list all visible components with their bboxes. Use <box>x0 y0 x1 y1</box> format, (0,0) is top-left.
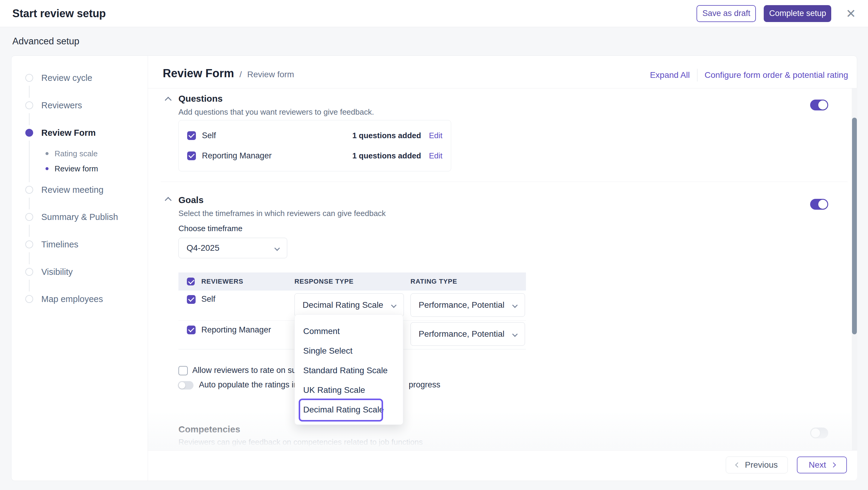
stepper-connector <box>29 141 30 182</box>
self-response-type-select[interactable]: Decimal Rating Scale <box>294 293 404 317</box>
content-header-divider <box>148 88 857 88</box>
reviewer-label: Self <box>202 131 216 140</box>
questions-collapse-button[interactable] <box>166 98 170 104</box>
chevron-up-icon <box>165 97 172 104</box>
menu-item-standard-rating-scale[interactable]: Standard Rating Scale <box>295 361 403 380</box>
competencies-subtitle: Reviewers can give feedback on competenc… <box>179 437 423 447</box>
rating-type-value: Performance, Potential <box>418 329 504 339</box>
reviewer-label: Reporting Manager <box>202 151 272 161</box>
chevron-left-icon <box>735 463 740 468</box>
toggle-knob <box>818 200 827 209</box>
step-circle <box>25 295 33 303</box>
timeframe-select[interactable]: Q4-2025 <box>179 238 287 258</box>
sidebar-step-review-meeting[interactable]: Review meeting <box>25 184 103 196</box>
auto-populate-toggle[interactable] <box>178 381 193 390</box>
stepper-connector <box>29 86 30 98</box>
chevron-down-icon <box>512 331 518 337</box>
step-circle <box>25 240 33 248</box>
reporting-manager-rating-type-select[interactable]: Performance, Potential <box>410 322 525 346</box>
configure-form-order-link[interactable]: Configure form order & potential rating <box>705 70 848 80</box>
content-header: Review Form / Review form <box>163 67 294 80</box>
sidebar-substep-review-form[interactable]: Review form <box>45 163 98 175</box>
goals-collapse-button[interactable] <box>166 198 170 204</box>
questions-card: Self 1 questions added Edit Reporting Ma… <box>179 120 451 171</box>
next-button[interactable]: Next <box>797 457 847 473</box>
reviewers-header-checkbox[interactable] <box>187 278 195 285</box>
auto-populate-label-left: Auto populate the ratings in re <box>199 380 307 390</box>
response-type-value: Decimal Rating Scale <box>303 300 383 310</box>
breadcrumb-separator: / <box>240 70 242 79</box>
menu-item-uk-rating-scale[interactable]: UK Rating Scale <box>295 380 403 400</box>
goals-reporting-manager-checkbox[interactable] <box>187 325 195 334</box>
edit-link[interactable]: Edit <box>429 131 442 140</box>
competencies-toggle[interactable] <box>810 428 828 438</box>
substep-bullet-active <box>45 167 49 170</box>
question-row-reporting-manager: Reporting Manager 1 questions added Edit <box>187 151 442 161</box>
column-header-response-type: RESPONSE TYPE <box>294 278 353 285</box>
previous-label: Previous <box>745 460 778 470</box>
goals-toggle[interactable] <box>810 199 828 210</box>
edit-link[interactable]: Edit <box>429 151 442 161</box>
section-divider <box>161 182 847 182</box>
page-title: Review Form <box>163 67 234 80</box>
step-circle <box>25 102 33 109</box>
header-links-divider <box>697 69 698 82</box>
chevron-down-icon <box>512 302 518 308</box>
substep-label: Review form <box>55 164 98 173</box>
allow-subgoal-rating-checkbox[interactable] <box>179 366 188 375</box>
questions-subtitle: Add questions that you want reviewers to… <box>179 108 374 117</box>
goals-subtitle: Select the timeframes in which reviewers… <box>179 209 386 218</box>
stepper-connector <box>29 113 30 125</box>
toggle-knob <box>811 428 820 437</box>
substep-label: Rating scale <box>55 149 98 158</box>
sidebar-step-summary-publish[interactable]: Summary & Publish <box>25 211 118 223</box>
step-label: Timelines <box>41 239 79 250</box>
scrollbar-thumb[interactable] <box>852 118 857 334</box>
sidebar-substep-rating-scale[interactable]: Rating scale <box>45 148 98 160</box>
chevron-down-icon <box>391 302 396 308</box>
sidebar-step-review-form[interactable]: Review Form <box>25 127 96 139</box>
save-as-draft-button[interactable]: Save as draft <box>696 5 756 22</box>
questions-count: 1 questions added <box>352 151 421 161</box>
previous-button[interactable]: Previous <box>726 457 788 473</box>
breadcrumb-current: Review form <box>247 70 294 79</box>
step-label: Review Form <box>41 128 96 138</box>
step-label: Map employees <box>41 294 103 304</box>
question-row-self: Self 1 questions added Edit <box>187 131 442 140</box>
sidebar-divider <box>148 56 148 481</box>
close-icon[interactable]: ✕ <box>846 7 856 20</box>
step-circle <box>25 186 33 194</box>
column-header-rating-type: RATING TYPE <box>410 278 457 285</box>
reporting-manager-checkbox[interactable] <box>187 151 196 160</box>
questions-toggle[interactable] <box>810 99 828 110</box>
menu-item-comment[interactable]: Comment <box>295 321 403 341</box>
chevron-down-icon <box>274 245 280 251</box>
next-label: Next <box>809 460 826 470</box>
step-circle <box>25 213 33 221</box>
questions-heading: Questions <box>179 93 223 104</box>
sidebar-step-visibility[interactable]: Visibility <box>25 266 73 278</box>
goals-heading: Goals <box>179 195 204 205</box>
step-label: Summary & Publish <box>41 212 118 222</box>
step-circle-active <box>25 129 33 137</box>
menu-item-single-select[interactable]: Single Select <box>295 341 403 361</box>
complete-setup-button[interactable]: Complete setup <box>764 5 831 22</box>
sidebar-step-map-employees[interactable]: Map employees <box>25 293 103 305</box>
step-circle <box>25 268 33 276</box>
stepper-connector <box>29 225 30 237</box>
expand-all-link[interactable]: Expand All <box>650 70 689 80</box>
sidebar-step-timelines[interactable]: Timelines <box>25 238 79 251</box>
substep-bullet <box>45 152 49 155</box>
toggle-knob <box>179 382 185 388</box>
goals-self-checkbox[interactable] <box>187 295 195 304</box>
setup-card <box>11 56 857 481</box>
timeframe-value: Q4-2025 <box>187 243 219 253</box>
goals-reviewer-label: Self <box>201 294 216 304</box>
self-checkbox[interactable] <box>187 131 196 140</box>
stepper-connector <box>29 252 30 264</box>
sidebar-step-reviewers[interactable]: Reviewers <box>25 99 82 111</box>
self-rating-type-select[interactable]: Performance, Potential <box>410 293 525 317</box>
menu-item-decimal-rating-scale[interactable]: Decimal Rating Scale <box>295 400 403 420</box>
toggle-knob <box>818 100 827 110</box>
sidebar-step-review-cycle[interactable]: Review cycle <box>25 72 92 84</box>
